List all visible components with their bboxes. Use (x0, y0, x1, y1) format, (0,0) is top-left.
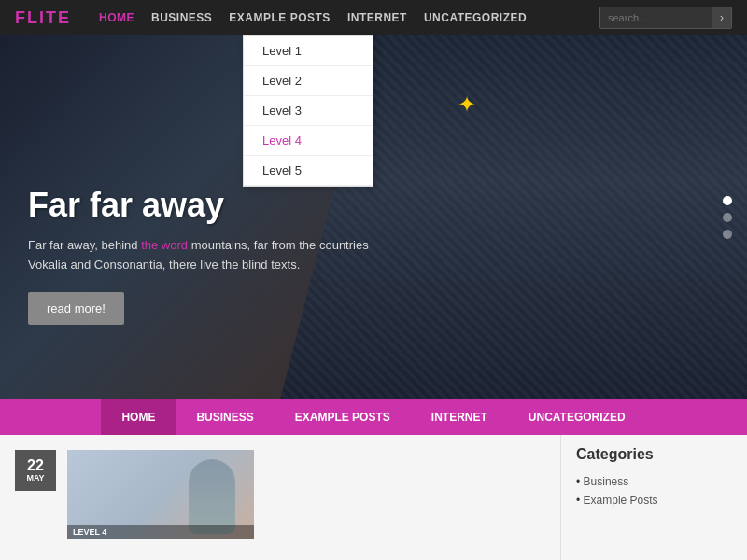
top-nav-links: HOME BUSINESS EXAMPLE POSTS INTERNET UNC… (99, 11, 599, 24)
slider-dot-2[interactable] (723, 213, 732, 222)
nav-internet[interactable]: INTERNET (347, 11, 407, 24)
nav-example-posts[interactable]: EXAMPLE POSTS (229, 11, 331, 24)
dropdown-item-5[interactable]: Level 5 (244, 156, 373, 186)
hero-highlight: the word (141, 238, 188, 252)
search-input[interactable] (600, 8, 712, 27)
dropdown-menu: Level 1 Level 2 Level 3 Level 4 Level 5 (243, 35, 374, 187)
slider-dot-3[interactable] (723, 230, 732, 239)
nav-uncategorized[interactable]: UNCATEGORIZED (424, 11, 527, 24)
content-area: 22 MAY LEVEL 4 Categories Business Examp… (0, 435, 747, 560)
hero-section: ✦ Far far away Far far away, behind the … (0, 35, 747, 399)
categories-list: Business Example Posts (576, 472, 732, 510)
logo-accent: F (15, 8, 27, 27)
category-item-1[interactable]: Business (576, 472, 732, 491)
slider-dots (723, 196, 732, 239)
date-badge: 22 MAY (15, 450, 56, 491)
category-item-2[interactable]: Example Posts (576, 491, 732, 510)
post-month: MAY (26, 473, 44, 483)
read-more-button[interactable]: read more! (28, 292, 124, 325)
top-navigation: FLITE HOME BUSINESS EXAMPLE POSTS INTERN… (0, 0, 747, 35)
post-day: 22 (27, 458, 44, 473)
sec-nav-example-posts[interactable]: EXAMPLE POSTS (275, 399, 411, 435)
dropdown-item-4[interactable]: Level 4 (244, 126, 373, 156)
sec-nav-business[interactable]: BUSINESS (176, 399, 274, 435)
search-button[interactable]: › (712, 7, 731, 28)
hero-content: Far far away Far far away, behind the wo… (28, 186, 383, 325)
hero-title: Far far away (28, 186, 383, 225)
hero-text: Far far away, behind the word mountains,… (28, 236, 383, 275)
secondary-navigation: HOME BUSINESS EXAMPLE POSTS INTERNET UNC… (0, 399, 747, 435)
sec-nav-internet[interactable]: INTERNET (411, 399, 508, 435)
dropdown-item-3[interactable]: Level 3 (244, 96, 373, 126)
dropdown-item-2[interactable]: Level 2 (244, 66, 373, 96)
sidebar-title: Categories (576, 446, 732, 463)
search-box: › (599, 7, 732, 29)
sidebar: Categories Business Example Posts (560, 435, 747, 560)
sparkle-decoration: ✦ (458, 91, 486, 119)
dropdown-item-1[interactable]: Level 1 (244, 36, 373, 66)
sec-nav-home[interactable]: HOME (101, 399, 176, 435)
main-content: 22 MAY LEVEL 4 (0, 435, 560, 560)
post-thumbnail[interactable]: LEVEL 4 (67, 450, 254, 539)
hero-body-start: Far far away, behind (28, 238, 141, 252)
slider-dot-1[interactable] (723, 196, 732, 205)
site-logo[interactable]: FLITE (15, 8, 71, 28)
nav-home[interactable]: HOME (99, 11, 134, 24)
thumb-label: LEVEL 4 (67, 525, 254, 539)
sec-nav-uncategorized[interactable]: UNCATEGORIZED (508, 399, 646, 435)
thumb-person (189, 459, 235, 534)
nav-business[interactable]: BUSINESS (151, 11, 212, 24)
